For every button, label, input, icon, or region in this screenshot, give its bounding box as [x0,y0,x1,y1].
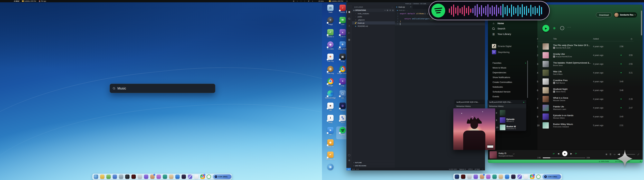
dock-app-icon[interactable] [474,174,478,179]
track-artist[interactable]: Neil Munce [556,82,565,84]
dock-pill-button[interactable]: ✦ COK CMds [542,174,561,179]
track-title[interactable]: Coastline Pres [553,79,593,81]
context-menu-item[interactable]: Create Commodities [492,80,526,84]
desktop-icon-image[interactable]: ▲ [340,29,346,35]
track-artist[interactable]: Gat & Mass [553,73,562,75]
desktop-icon[interactable]: ➤ Ver [324,127,336,139]
sidebar-playlist-item[interactable]: ✦ StepAltering [492,50,542,54]
widget-track-row[interactable]: 10 Bselon W Frencvens O [496,124,526,131]
main-scrollbar[interactable] [641,11,642,35]
repeat-icon[interactable]: ⟳ [575,152,577,155]
explorer-file-row[interactable]: ▞ music.py [352,21,395,25]
desktop-icon-image[interactable]: ✦ [340,78,346,84]
sidebar-nav-item[interactable]: ||| Your Library [492,33,542,35]
menu-scrollbar[interactable] [527,61,528,98]
desktop-icon-image[interactable]: ◉ [327,139,334,146]
desktop-icon[interactable]: ◉ C-A Mels [324,41,336,53]
code-line[interactable]: 4 } [395,20,485,23]
dock-app-icon[interactable] [175,174,180,179]
code-line[interactable]: 5 [395,23,485,25]
desktop-icon[interactable]: ✔ WS Bigs 9.2 [324,151,336,163]
track-title[interactable]: Bselon Wiley Weurs [553,123,593,125]
track-artist[interactable]: KrauavYeenMJCme [556,56,572,58]
dock-app-icon[interactable] [144,174,148,179]
track-title[interactable]: The badabo: Robrit Dytrmurcloved &... [553,61,593,64]
track-row[interactable]: 2 Grooky Uke E KrauavYeenMJCme 4 years a… [537,51,634,60]
sidebar-nav-item[interactable]: Search [492,27,542,30]
desktop-icon-image[interactable]: ✈ [340,41,346,48]
refresh-icon[interactable]: ⟳ [390,10,391,11]
spotlight-search-bar[interactable] [110,84,215,93]
dock-app-icon[interactable] [132,174,136,179]
new-folder-icon[interactable]: ⊞ [387,10,388,11]
desktop-icon-image[interactable]: ✳ [327,17,334,23]
extensions-icon[interactable]: ▦ [348,38,351,41]
menubar-document-item-right[interactable]: Subtitles Shift RM [329,0,343,2]
explorer-section-header[interactable]: ∨ OPERATIONS + ⊞ ⟳ ⊟ [352,9,395,12]
desktop-icon[interactable]: ✳ Polygl [324,17,336,29]
enhance-icon[interactable]: ❋ [553,26,556,30]
dock-app-icon[interactable] [207,174,211,179]
dock-app-icon[interactable] [156,174,161,179]
desktop-icon[interactable]: ◉ ABBG-M [324,139,336,151]
play-pause-button[interactable]: ▶ [562,151,568,156]
desktop-icon-image[interactable]: ☻ [327,103,334,109]
desktop-icon-image[interactable] [340,66,346,72]
track-title[interactable]: Modbold Night [553,88,593,90]
dock-app-icon[interactable] [125,174,130,179]
widget-track-row[interactable]: 9 Episode Morean D: [496,117,526,124]
track-title[interactable]: The Plis vedy (Duox The bstor Of S... [553,44,593,46]
errors-indicator[interactable]: ⊘ 0 [352,168,355,170]
desktop-icon-image[interactable] [327,78,334,84]
liked-heart-icon[interactable]: ♥ [618,54,624,56]
dock-app-icon[interactable]: 2 [200,174,205,179]
now-playing-artist[interactable]: Mutsegfal dd Doosl... [498,155,514,157]
desktop-icon-image[interactable] [340,127,346,133]
duration-clock-icon[interactable]: ◷ [624,38,634,40]
secondary-section[interactable]: ›USE REASONS [352,164,395,167]
dock-app-icon[interactable] [467,174,472,179]
explorer-file-row[interactable]: › node_modules [352,12,395,15]
green-bar-left-item[interactable]: ◎Isdirs bode [599,160,609,162]
widget-track-row[interactable]: 8 [496,109,526,117]
profile-button[interactable]: Seedache Rea ▾ [614,12,637,18]
menubar-app-name[interactable]: AI Mind [14,0,19,2]
desktop-icon-image[interactable]: ✓ [327,29,334,35]
shuffle-icon[interactable]: ⇄ [553,152,554,155]
notifications-bell-icon[interactable]: ◔ [482,168,483,170]
desktop-icon[interactable]: ◍ [324,163,336,176]
track-artist[interactable]: Gerrels NCA Juith [556,47,570,49]
like-icon[interactable]: ♡ [513,153,515,155]
progress-bar[interactable] [543,157,585,158]
desktop-icon[interactable]: ☻ OB [324,102,336,115]
dock-app-icon[interactable] [169,174,173,179]
context-menu-item[interactable]: Move to Music [492,65,526,70]
widget-subheader-left[interactable]: Behaviour History [455,104,485,108]
track-title[interactable]: Episode tv-ov Itando [553,114,593,117]
context-menu-item[interactable]: Notebooks [492,84,526,89]
desktop-icon[interactable]: ❖ AJS TPg [324,53,336,65]
track-row[interactable]: 10 Bselon Wiley Weurs Frencvens Voduted … [537,121,634,130]
dock-app-icon[interactable] [486,174,490,179]
settings-gear-icon[interactable]: ⚙ [348,159,351,162]
battery-icon[interactable]: ⌁ [297,0,298,2]
desktop-icon-image[interactable] [327,90,334,97]
dock-app-icon[interactable] [113,174,117,179]
liked-heart-icon[interactable]: ♥ [618,98,624,100]
source-control-icon[interactable]: Y [348,25,351,27]
dock-app-icon[interactable] [511,174,516,179]
previous-icon[interactable]: ◀ [558,152,559,155]
next-icon[interactable]: ▶ [570,152,572,155]
dock-pill-button[interactable]: ✦ COK EMds [213,174,232,179]
desktop-icon[interactable]: Google [324,78,336,90]
download-button[interactable]: Download [596,12,612,17]
dock-app-icon[interactable] [455,174,459,179]
dock-app-icon[interactable] [518,174,522,179]
explorer-file-row[interactable]: ◇ .gitignore [352,18,395,21]
liked-heart-icon[interactable]: ♥ [618,107,624,109]
dock-app-icon[interactable] [119,174,123,179]
download-playlist-icon[interactable]: ↓ [560,26,564,30]
menubar-document-item[interactable]: Subtitles Shift RM [22,0,36,2]
playlist-play-button[interactable]: ▶ [542,25,549,32]
eol-language[interactable]: LF-SeX [475,168,480,170]
